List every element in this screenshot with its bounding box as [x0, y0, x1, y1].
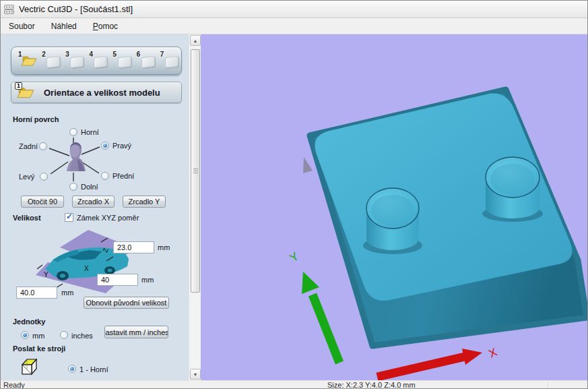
radio-pravy[interactable]: [101, 142, 109, 150]
section-folder-icon: 1: [17, 85, 34, 100]
status-separator: [548, 382, 548, 389]
size-x-input[interactable]: [97, 274, 138, 286]
radio-levy-label[interactable]: Levý: [19, 173, 34, 181]
scrollbar-grip: [193, 169, 198, 174]
step-7-icon: [165, 56, 178, 68]
bust-preview-image: [67, 142, 86, 171]
reset-size-button[interactable]: Obnovit původní velikost: [84, 297, 169, 309]
machine-label: Poslat ke stroji: [13, 345, 65, 353]
size-x-unit: mm: [141, 276, 154, 284]
size-label: Velikost: [13, 214, 41, 222]
radio-predni[interactable]: [101, 172, 109, 180]
model-peg-right: [482, 157, 543, 222]
x-axis-arrow: [377, 349, 482, 377]
menu-pomoc[interactable]: Pomoc: [85, 18, 126, 34]
scrollbar-up-button[interactable]: ▲: [190, 35, 201, 46]
step-2-button[interactable]: 2: [41, 50, 63, 71]
section-step-number: 1: [15, 82, 22, 90]
menu-pomoc-accel: P: [93, 22, 98, 31]
machine-cube-icon: [20, 357, 41, 377]
top-surface-label: Horní povrch: [13, 115, 59, 123]
x-axis-label: X: [487, 346, 499, 361]
set-units-button[interactable]: lastavit mm / inches: [104, 326, 168, 338]
lock-xyz-checkbox[interactable]: [65, 213, 73, 222]
app-icon: [4, 4, 15, 15]
radio-mm-label[interactable]: mm: [32, 332, 44, 340]
radio-dolni[interactable]: [69, 183, 77, 191]
step-5-icon: [118, 56, 131, 68]
step-7-button[interactable]: 7: [160, 50, 181, 71]
viewport-3d[interactable]: Y X: [201, 34, 588, 380]
rotate-90-button[interactable]: Otočit 90: [21, 196, 64, 208]
menu-soubor[interactable]: Soubor: [1, 18, 43, 34]
radio-dolni-label[interactable]: Dolní: [81, 183, 98, 191]
step-3-icon: [70, 56, 84, 68]
step-2-icon: [46, 56, 60, 68]
step-1-number: 1: [18, 51, 22, 58]
radio-zadni-label[interactable]: Zadní: [19, 142, 38, 150]
y-axis-arrow: [302, 272, 339, 363]
radio-mm[interactable]: [21, 331, 29, 339]
radio-predni-label[interactable]: Přední: [112, 172, 134, 180]
model-scene: Y X: [201, 34, 588, 380]
app-window: Vectric Cut3D - [Součást1.stl] Soubor Ná…: [0, 0, 588, 389]
menubar: Soubor Náhled Pomoc: [1, 18, 587, 34]
units-label: Jednotky: [13, 318, 45, 326]
radio-machine-top[interactable]: [68, 365, 76, 373]
step-1-button[interactable]: 1: [18, 50, 39, 71]
lock-xyz-label[interactable]: Zámek XYZ poměr: [77, 214, 139, 222]
mirror-y-button[interactable]: Zrcadlo Y: [123, 196, 166, 208]
radio-inches-label[interactable]: inches: [71, 332, 93, 340]
titlebar: Vectric Cut3D - [Součást1.stl]: [1, 1, 587, 18]
size-y-input[interactable]: [16, 287, 57, 299]
size-y-unit: mm: [61, 289, 73, 297]
size-z-unit: mm: [158, 243, 170, 251]
step-toolbar: 1 2 3 4 5 6: [11, 47, 182, 75]
statusbar: Ready Size: X:2.3 Y:4.0 Z:4.0 mm: [1, 380, 587, 389]
step-5-button[interactable]: 5: [112, 50, 134, 71]
window-title: Vectric Cut3D - [Součást1.stl]: [19, 4, 133, 14]
section-header: 1 Orientace a velikost modelu: [11, 82, 182, 103]
status-ready-text: Ready: [3, 381, 25, 389]
scrollbar-thumb[interactable]: [191, 49, 200, 293]
radio-machine-top-label[interactable]: 1 - Horní: [79, 365, 108, 373]
open-folder-icon: [21, 54, 37, 70]
radio-levy[interactable]: [40, 173, 48, 181]
radio-pravy-label[interactable]: Pravý: [112, 142, 131, 150]
scrollbar-down-button[interactable]: ▼: [190, 369, 201, 380]
radio-horni-label[interactable]: Horní: [81, 128, 99, 136]
model-peg-left: [363, 188, 422, 254]
panel-scrollbar[interactable]: ▲ ▼: [189, 34, 201, 380]
step-4-button[interactable]: 4: [88, 50, 110, 71]
mirror-x-button[interactable]: Zrcadlo X: [72, 196, 115, 208]
step-6-icon: [141, 56, 155, 68]
step-6-button[interactable]: 6: [136, 50, 158, 71]
menu-pomoc-rest: omoc: [98, 22, 118, 31]
section-title: Orientace a velikost modelu: [44, 88, 160, 98]
step-3-button[interactable]: 3: [65, 50, 86, 71]
radio-zadni[interactable]: [39, 142, 47, 150]
menu-nahled[interactable]: Náhled: [43, 18, 85, 34]
car-axis-x: X: [84, 265, 89, 272]
radio-inches[interactable]: [60, 331, 68, 339]
y-axis-label: Y: [288, 250, 301, 265]
sheet-corner-left: [303, 157, 313, 173]
step-4-icon: [94, 56, 107, 68]
left-panel: 1 2 3 4 5 6: [1, 34, 189, 380]
size-z-input[interactable]: [113, 241, 154, 253]
car-axis-y: Y: [44, 271, 48, 278]
radio-horni[interactable]: [69, 128, 77, 136]
status-size-text: Size: X:2.3 Y:4.0 Z:4.0 mm: [327, 381, 416, 389]
